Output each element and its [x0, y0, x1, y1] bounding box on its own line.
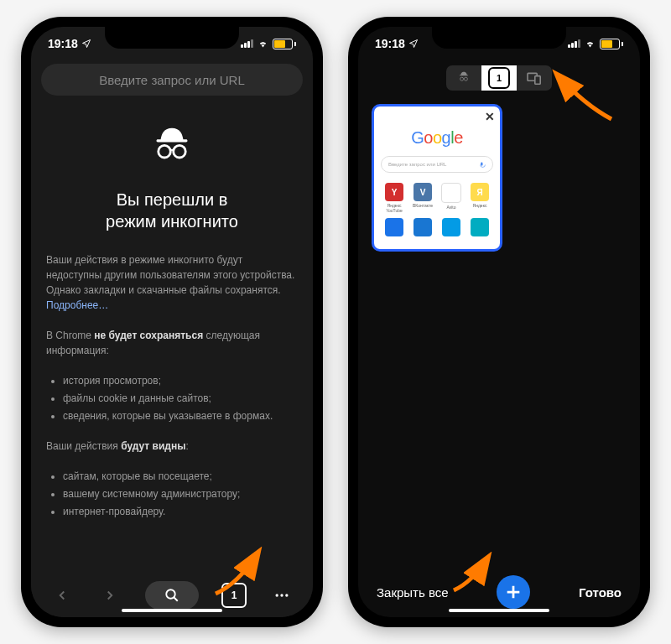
- wifi-icon: [584, 39, 596, 49]
- not-saved-list: история просмотров; файлы cookie и данны…: [46, 373, 298, 423]
- regular-tabs-segment[interactable]: 1: [481, 65, 517, 91]
- phone-mockup-incognito: 19:18 Введите запрос или URL: [21, 17, 323, 627]
- svg-point-2: [166, 589, 175, 599]
- google-logo: Google: [374, 128, 500, 148]
- svg-point-0: [159, 145, 171, 158]
- annotation-arrow: [543, 67, 618, 126]
- search-button[interactable]: [145, 581, 199, 610]
- battery-icon: [273, 39, 296, 49]
- status-time: 19:18: [48, 37, 78, 50]
- done-button[interactable]: Готово: [579, 585, 622, 600]
- back-button[interactable]: [49, 583, 75, 608]
- svg-rect-12: [481, 162, 482, 165]
- signal-icon: [241, 39, 253, 48]
- svg-point-8: [460, 77, 464, 80]
- close-tab-button[interactable]: ✕: [485, 110, 495, 123]
- svg-line-3: [174, 597, 178, 601]
- incognito-icon: [455, 71, 472, 85]
- signal-icon: [568, 39, 580, 48]
- wifi-icon: [257, 39, 269, 49]
- incognito-tabs-segment[interactable]: [446, 65, 481, 91]
- tab-preview-searchbar: Введите запрос или URL: [381, 156, 493, 173]
- svg-point-5: [280, 594, 283, 596]
- status-time: 19:18: [375, 37, 405, 50]
- list-item: сведения, которые вы указываете в формах…: [63, 408, 298, 423]
- svg-rect-11: [535, 76, 540, 85]
- incognito-para2: В Chrome не будет сохраняться следующая …: [46, 328, 298, 358]
- tab-count-chip: 1: [488, 67, 510, 89]
- phone-mockup-tabswitcher: 19:18: [348, 17, 650, 627]
- search-icon: [164, 588, 179, 603]
- incognito-content: Вы перешли в режим инкогнито Ваши действ…: [31, 99, 313, 574]
- more-link[interactable]: Подробнее…: [46, 299, 108, 311]
- list-item: вашему системному администратору;: [63, 486, 298, 501]
- plus-icon: [504, 583, 523, 601]
- dots-icon: [273, 587, 290, 604]
- close-all-button[interactable]: Закрыть все: [377, 585, 449, 600]
- annotation-arrow: [209, 542, 276, 600]
- list-item: интернет-провайдеру.: [63, 504, 298, 519]
- home-indicator[interactable]: [122, 609, 222, 612]
- location-icon: [81, 39, 91, 49]
- url-placeholder: Введите запрос или URL: [99, 73, 245, 87]
- tab-preview-tiles: YЯндекс YouTubeVВКонтактеAvitoЯЯндекс: [374, 183, 500, 213]
- list-item: история просмотров;: [63, 373, 298, 388]
- incognito-title: Вы перешли в режим инкогнито: [46, 189, 298, 232]
- svg-point-4: [276, 594, 278, 596]
- forward-button[interactable]: [97, 583, 122, 608]
- list-item: сайтам, которые вы посещаете;: [63, 469, 298, 484]
- notch: [432, 27, 566, 49]
- battery-icon: [600, 39, 623, 49]
- incognito-para1: Ваши действия в режиме инкогнито будут н…: [46, 252, 298, 313]
- svg-point-6: [285, 594, 288, 596]
- incognito-para3: Ваши действия будут видны:: [46, 439, 298, 454]
- incognito-icon: [46, 122, 298, 174]
- tabs-grid: ✕ Google Введите запрос или URL YЯндекс …: [358, 99, 640, 567]
- svg-point-1: [174, 145, 186, 158]
- devices-icon: [526, 71, 543, 85]
- tab-card[interactable]: ✕ Google Введите запрос или URL YЯндекс …: [372, 104, 502, 252]
- list-item: файлы cookie и данные сайтов;: [63, 391, 298, 406]
- annotation-arrow: [447, 548, 506, 597]
- url-bar[interactable]: Введите запрос или URL: [41, 64, 303, 96]
- screen: 19:18 Введите запрос или URL: [31, 27, 313, 617]
- visible-list: сайтам, которые вы посещаете; вашему сис…: [46, 469, 298, 519]
- location-icon: [408, 39, 419, 49]
- notch: [105, 27, 239, 49]
- svg-point-9: [464, 77, 467, 80]
- home-indicator[interactable]: [449, 609, 549, 612]
